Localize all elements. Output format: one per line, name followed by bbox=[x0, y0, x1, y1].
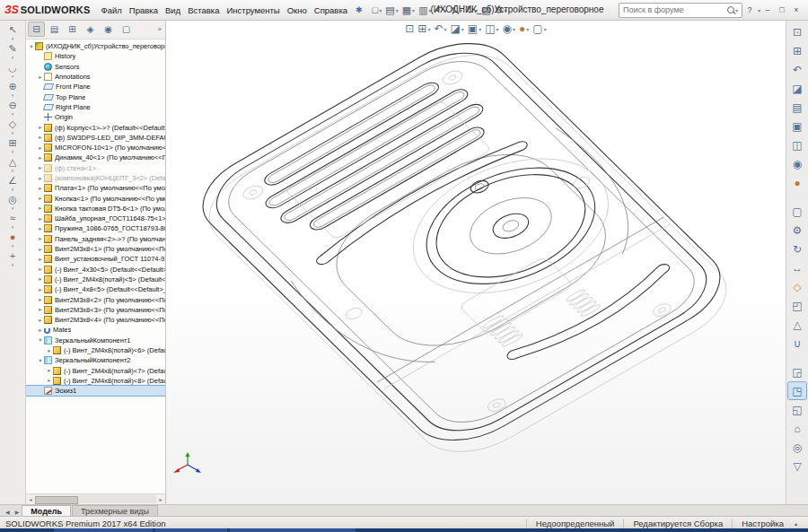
tree-item[interactable]: ▾ЗеркальныйКомпонент2 bbox=[26, 355, 165, 365]
tree-item[interactable]: ▸Винт2М3x8<3> (По умолчанию<<По ум bbox=[26, 305, 165, 315]
menu-item-Окно[interactable]: Окно bbox=[284, 2, 311, 19]
expand-arrow[interactable]: ▸ bbox=[37, 185, 44, 192]
tree-item[interactable]: Sensors bbox=[26, 62, 165, 72]
tree-item[interactable]: ▸(ф) Корпус<1>->? (Default<<Default>_Ph bbox=[26, 122, 165, 132]
tab-configurationmanager[interactable]: ⊞ bbox=[64, 22, 81, 37]
tree-item[interactable]: ▸Винт_установочный_ГОСТ 11074-93<5 bbox=[26, 254, 165, 264]
expand-arrow[interactable]: ▸ bbox=[37, 164, 44, 171]
edit-appearance[interactable]: ● bbox=[788, 174, 806, 191]
expand-arrow[interactable]: ▸ bbox=[37, 175, 44, 182]
tree-item[interactable]: ▸Винт2М3x8<1> (По умолчанию<<По ум bbox=[26, 244, 165, 254]
display-style[interactable]: ◫ bbox=[788, 136, 806, 153]
expand-arrow[interactable]: ▸ bbox=[37, 246, 44, 253]
search-dropdown-caret[interactable]: ▾ bbox=[735, 7, 738, 13]
tree-item[interactable]: ▸Плата<1> (По умолчанию<<По умолчан bbox=[26, 183, 165, 193]
expand-arrow[interactable]: ▸ bbox=[46, 377, 53, 384]
section-view[interactable]: ◪ bbox=[788, 80, 806, 97]
expand-arrow[interactable]: ▸ bbox=[37, 317, 44, 324]
dropdown-caret[interactable]: ▾ bbox=[412, 7, 415, 13]
tree-item[interactable]: ▸Annotations bbox=[26, 72, 165, 82]
tree-item[interactable]: Top Plane bbox=[26, 92, 165, 101]
tab-pane-options[interactable]: ▢ bbox=[118, 22, 135, 37]
appearance-tool[interactable]: ●▾ bbox=[2, 231, 23, 249]
new-document-button[interactable]: □▾ bbox=[371, 4, 384, 16]
tree-item[interactable]: Front Plane bbox=[26, 82, 165, 92]
tree-item[interactable]: ▸(компоновка)КОНЦЕПТ_3<2> (Default) bbox=[26, 173, 165, 183]
tab-featuremanager[interactable]: ⊟ bbox=[28, 22, 45, 37]
tree-item[interactable]: ▸(ф) SW3DPS-LED_DIP_3MM-DEFAULT<1> bbox=[26, 133, 165, 143]
view-orientation[interactable]: ▣ bbox=[788, 118, 806, 135]
magnified-selection[interactable]: ◎ bbox=[788, 439, 806, 456]
graphics-viewport[interactable]: ⊡⊞▾↶▾◪▾▣▾◫▾◉▾●▾▢▾ bbox=[166, 20, 786, 504]
expand-arrow[interactable]: ▸ bbox=[37, 327, 44, 334]
display-style[interactable]: ◫▾ bbox=[484, 22, 499, 35]
expand-arrow[interactable]: ▸ bbox=[37, 124, 44, 131]
save-button[interactable]: ▦▾ bbox=[400, 4, 417, 16]
expand-arrow[interactable]: ▸ bbox=[37, 134, 44, 141]
revolve-tool[interactable]: ◇▾ bbox=[2, 118, 23, 135]
tree-item[interactable]: ▸Винт2М3x8<2> (По умолчанию<<По ум bbox=[26, 294, 165, 304]
spline-tool[interactable]: ≈▾ bbox=[2, 213, 23, 230]
previous-view[interactable]: ↶▾ bbox=[433, 22, 447, 35]
dropdown-caret[interactable]: ▾ bbox=[444, 26, 446, 32]
annotation-view[interactable]: ▤ bbox=[788, 99, 806, 116]
zoom-to-fit[interactable]: ⊡ bbox=[404, 22, 415, 35]
open-document-button[interactable]: ▤▾ bbox=[383, 4, 400, 16]
view-settings[interactable]: ⚙ bbox=[788, 222, 806, 239]
tree-item[interactable]: ▸(-) Винт_4x8<5> (Default<<Default>_Сост bbox=[26, 284, 165, 294]
tree-item[interactable]: ▸Шайба_упорная_ГОСТ11648-75<1> (По у bbox=[26, 214, 165, 223]
dropdown-caret[interactable]: ▾ bbox=[513, 26, 515, 32]
expand-arrow[interactable]: ▸ bbox=[37, 215, 44, 222]
expand-arrow[interactable]: ▸ bbox=[37, 306, 44, 313]
filter-faces[interactable]: ◱ bbox=[788, 401, 806, 418]
dropdown-caret[interactable]: ▾ bbox=[496, 26, 499, 32]
expand-arrow[interactable]: ▾ bbox=[37, 357, 44, 364]
rotate-view[interactable]: ↻ bbox=[788, 240, 806, 257]
zoom-to-area[interactable]: ⊞▾ bbox=[417, 22, 431, 35]
tree-item[interactable]: ▸Динамик_40<1> (По умолчанию<<По ум bbox=[26, 153, 165, 162]
extruded-boss-tool[interactable]: ⊕▾ bbox=[2, 81, 23, 98]
dropdown-caret[interactable]: ▾ bbox=[461, 26, 464, 32]
scroll-right-icon[interactable]: ▸ bbox=[156, 496, 165, 502]
dropdown-caret[interactable]: ▾ bbox=[526, 26, 529, 32]
dropdown-caret[interactable]: ▾ bbox=[396, 7, 399, 13]
menu-item-Вставка[interactable]: Вставка bbox=[184, 2, 223, 19]
dropdown-caret[interactable]: ▾ bbox=[479, 26, 481, 32]
tab-displaymanager[interactable]: ◉ bbox=[100, 22, 117, 37]
smart-dimension-tool[interactable]: ◡▾ bbox=[2, 62, 23, 79]
tree-item[interactable]: ▸Mates bbox=[26, 325, 165, 335]
fillet-tool[interactable]: △▾ bbox=[2, 156, 23, 173]
expand-arrow[interactable]: ▸ bbox=[37, 195, 44, 202]
tab-propertymanager[interactable]: ▤ bbox=[46, 22, 63, 37]
scrollbar-thumb[interactable] bbox=[35, 496, 78, 504]
tree-item[interactable]: ▸(-) Винт_4x30<5> (Default<<Default>_Сос bbox=[26, 265, 165, 275]
expand-arrow[interactable]: ▸ bbox=[37, 74, 44, 81]
dropdown-caret[interactable]: ▾ bbox=[544, 26, 547, 32]
taskbar-window-button[interactable] bbox=[230, 528, 356, 532]
close-button[interactable]: × bbox=[789, 3, 804, 17]
linear-pattern-tool[interactable]: ⊞▾ bbox=[2, 137, 23, 154]
dropdown-caret[interactable]: ▾ bbox=[427, 26, 430, 32]
model-wireframe[interactable] bbox=[166, 20, 786, 504]
expand-arrow[interactable]: ▸ bbox=[37, 275, 44, 283]
tree-item[interactable]: Origin bbox=[26, 112, 165, 122]
tree-item[interactable]: History bbox=[26, 51, 165, 61]
hide-show-items[interactable]: ◉ bbox=[788, 155, 806, 172]
expand-arrow[interactable]: ▸ bbox=[37, 144, 44, 152]
section-view[interactable]: ◪▾ bbox=[450, 22, 465, 35]
expand-arrow[interactable]: ▾ bbox=[37, 336, 44, 344]
expand-arrow[interactable]: ▸ bbox=[37, 225, 44, 232]
help-button[interactable]: ? bbox=[742, 3, 757, 17]
tree-item[interactable]: ▸(-) Винт_2М4x8(потай)<6> (Default<< bbox=[26, 345, 165, 355]
tree-item[interactable]: ▸(-) Винт_2М4x8(потай)<8> (Default<< bbox=[26, 376, 165, 386]
tree-item[interactable]: ▾(ИХОДНИК_сб)Устройство_переговорное (Де bbox=[26, 41, 165, 51]
restore-button[interactable]: □ bbox=[775, 3, 789, 17]
tree-horizontal-scrollbar[interactable]: ◂ ▸ bbox=[26, 493, 165, 504]
expand-arrow[interactable]: ▸ bbox=[46, 347, 53, 354]
menu-item-Файл[interactable]: Файл bbox=[98, 2, 126, 19]
search-icon[interactable] bbox=[727, 6, 734, 13]
apply-scene[interactable]: ▢ bbox=[788, 203, 806, 220]
menu-item-Правка[interactable]: Правка bbox=[126, 2, 162, 19]
scrollbar-track[interactable] bbox=[35, 495, 156, 503]
tree-item[interactable]: ▸(ф) стена<1> bbox=[26, 163, 165, 173]
